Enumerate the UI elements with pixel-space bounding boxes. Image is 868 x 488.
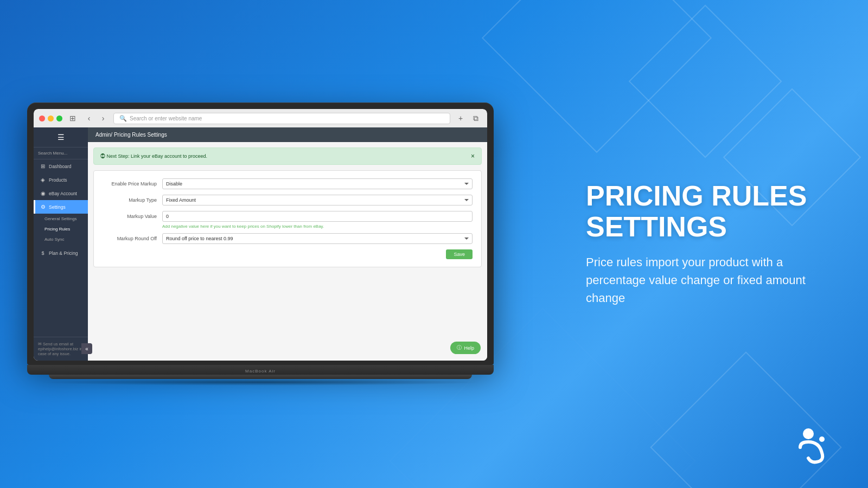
markup-type-label: Markup Type [103, 197, 157, 203]
markup-value-input[interactable] [162, 211, 473, 222]
sidebar-item-products[interactable]: ◈ Products [34, 173, 88, 187]
sidebar-sub-item-general[interactable]: General Settings [34, 214, 88, 224]
main-area: Admin/ Pricing Rules Settings ⓵ Next Ste… [88, 127, 487, 361]
browser-action-buttons: + ⧉ [455, 112, 482, 124]
form-actions: Save [103, 249, 473, 259]
help-icon: ⓘ [457, 344, 462, 351]
browser-chrome: ⊞ ‹ › 🔍 Search or enter website name + ⧉ [34, 109, 487, 127]
sidebar-item-label-settings: Settings [49, 204, 66, 210]
sidebar-footer: ✉ Send us email at epihelp@infoshore.biz… [34, 337, 88, 361]
screen-bezel: ⊞ ‹ › 🔍 Search or enter website name + ⧉ [34, 109, 487, 361]
breadcrumb: Admin/ Pricing Rules Settings [95, 132, 167, 138]
sidebar-item-label-ebay: eBay Account [49, 191, 77, 196]
sidebar-item-dashboard[interactable]: ⊞ Dashboard [34, 159, 88, 173]
alert-close-button[interactable]: × [471, 152, 475, 160]
help-button[interactable]: ⓘ Help [450, 342, 481, 354]
alert-message: ⓵ Next Step: Link your eBay account to p… [100, 153, 207, 159]
laptop-base: MacBook Air [27, 365, 494, 375]
right-panel-title: PRICING RULES SETTINGS [586, 181, 835, 242]
settings-card: Enable Price Markup Disable Enable Marku… [93, 170, 482, 267]
settings-icon: ⚙ [40, 204, 46, 210]
save-button[interactable]: Save [446, 249, 473, 259]
sidebar-item-label-plan: Plan & Pricing [49, 251, 78, 256]
breadcrumb-page: Pricing Rules Settings [114, 132, 167, 138]
laptop-brand-label: MacBook Air [245, 369, 276, 374]
sidebar-sub-item-autosync[interactable]: Auto Sync [34, 234, 88, 245]
right-panel-description: Price rules import your product with a p… [586, 254, 835, 307]
products-icon: ◈ [40, 177, 46, 183]
sidebar-item-plan[interactable]: $ Plan & Pricing [34, 247, 88, 260]
right-panel: PRICING RULES SETTINGS Price rules impor… [586, 181, 835, 307]
sidebar-toggle-button[interactable]: ⊞ [67, 112, 79, 124]
sidebar-search[interactable]: Search Menu... [34, 147, 88, 159]
enable-markup-select[interactable]: Disable Enable [162, 178, 473, 189]
minimize-window-button[interactable] [48, 115, 54, 121]
sidebar-sub-item-pricing[interactable]: Pricing Rules [34, 224, 88, 234]
enable-markup-label: Enable Price Markup [103, 181, 157, 187]
form-row-enable-markup: Enable Price Markup Disable Enable [103, 178, 473, 189]
laptop-lid: ⊞ ‹ › 🔍 Search or enter website name + ⧉ [27, 102, 494, 365]
round-off-select[interactable]: Round off price to nearest 0.99 No round… [162, 233, 473, 244]
browser-navigation: ‹ › [83, 112, 109, 124]
round-off-label: Markup Round Off [103, 236, 157, 241]
address-bar[interactable]: 🔍 Search or enter website name [113, 113, 450, 124]
close-window-button[interactable] [39, 115, 45, 121]
new-tab-button[interactable]: + [455, 112, 467, 124]
laptop-shadow [38, 379, 483, 386]
sidebar-item-ebay-account[interactable]: ◉ eBay Account [34, 187, 88, 200]
sidebar-item-label-dashboard: Dashboard [49, 164, 72, 169]
top-bar: Admin/ Pricing Rules Settings [88, 127, 487, 142]
company-logo [792, 423, 835, 466]
back-button[interactable]: ‹ [83, 112, 95, 124]
copy-button[interactable]: ⧉ [470, 112, 482, 124]
laptop-foot [49, 375, 472, 379]
alert-banner: ⓵ Next Step: Link your eBay account to p… [93, 147, 482, 165]
ebay-icon: ◉ [40, 190, 46, 196]
svg-point-1 [819, 436, 825, 442]
footer-icon: ✉ [38, 342, 42, 346]
hamburger-icon: ☰ [58, 133, 65, 142]
browser-window-controls [39, 115, 62, 121]
forward-button[interactable]: › [97, 112, 109, 124]
sidebar-item-settings[interactable]: ⚙ Settings [34, 200, 88, 214]
menu-toggle[interactable]: ☰ [34, 127, 88, 147]
markup-type-select[interactable]: Fixed Amount Percentage [162, 195, 473, 206]
main-content: ⓵ Next Step: Link your eBay account to p… [88, 142, 487, 361]
sidebar-collapse-button[interactable]: « [81, 343, 92, 354]
address-text: Search or enter website name [130, 115, 202, 121]
fullscreen-window-button[interactable] [56, 115, 62, 121]
form-row-markup-type: Markup Type Fixed Amount Percentage [103, 195, 473, 206]
dashboard-icon: ⊞ [40, 163, 46, 169]
form-row-markup-value: Markup Value [103, 211, 473, 222]
markup-value-hint: Add negative value here if you want to k… [162, 224, 473, 229]
form-row-round-off: Markup Round Off Round off price to near… [103, 233, 473, 244]
breadcrumb-admin: Admin/ [95, 132, 112, 138]
help-label: Help [464, 345, 474, 351]
search-icon: 🔍 [119, 115, 127, 122]
plan-icon: $ [40, 251, 46, 256]
sidebar-item-label-products: Products [49, 177, 67, 183]
sidebar: ☰ Search Menu... ⊞ Dashboard ◈ Products [34, 127, 88, 361]
markup-value-label: Markup Value [103, 214, 157, 219]
app-layout: ☰ Search Menu... ⊞ Dashboard ◈ Products [34, 127, 487, 361]
svg-point-0 [803, 428, 814, 439]
laptop-mockup: ⊞ ‹ › 🔍 Search or enter website name + ⧉ [27, 102, 494, 386]
